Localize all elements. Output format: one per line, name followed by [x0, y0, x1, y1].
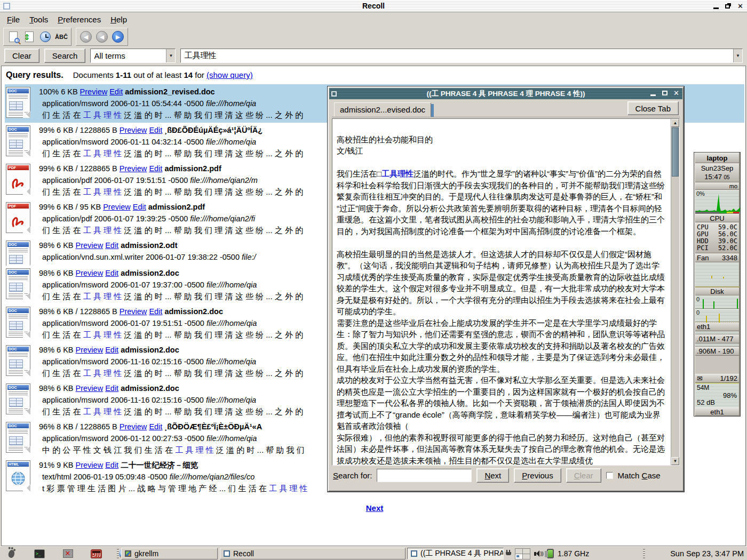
preview-maximize-button[interactable] [660, 89, 669, 97]
scroll-up-icon[interactable]: ▲ [671, 119, 679, 127]
snippet-after: 泛 滥 的 时 ... 帮 助 我 们 理 清 这 些 纷 ... 之 外 的 [122, 149, 303, 158]
preview-titlebar[interactable]: ((工 PHRASE 4 具 PHRASE 4 理 PHRASE 4 性)) ✕ [329, 88, 682, 99]
main-titlebar[interactable]: Recoll ✕ [0, 0, 747, 12]
menu-file[interactable]: File [2, 14, 25, 25]
cpu-freq-icon[interactable] [547, 549, 554, 558]
preview-link[interactable]: Preview [76, 461, 104, 469]
match-case-checkbox[interactable] [606, 472, 613, 479]
dropdown-arrow-icon[interactable]: ▼ [166, 49, 175, 62]
edit-link[interactable]: Edit [149, 164, 162, 173]
preview-text-run: 需要注意的是这些毕业后在社会上能成功发展的学生并不一定是在大学里学习成绩最好的学… [337, 318, 665, 373]
result-size: 9 KB [57, 461, 75, 469]
snippet-after: 泛 滥 的 时 ... 帮 助 我 们 理 清 这 些 纷 ... 之 外 的 [122, 226, 303, 235]
lock-screen-icon[interactable]: ✕ [62, 548, 74, 559]
cpu-freq-value: 1.87 GHz [558, 549, 589, 558]
menu-tools[interactable]: Tools [25, 14, 53, 25]
preview-text[interactable]: 高校招生的社会功能和目的文/钱江 我们生活在□工具理性泛滥的时代。作为“世之显学… [332, 119, 671, 465]
preview-link[interactable]: Preview [80, 87, 108, 96]
edit-link[interactable]: Edit [105, 461, 118, 469]
search-mode-select[interactable]: All terms ▼ [90, 49, 176, 63]
find-clear-button[interactable]: Clear [566, 468, 601, 483]
first-page-icon[interactable]: ◀ [78, 30, 93, 44]
search-for-label: Search for: [333, 471, 372, 480]
preview-link[interactable]: Preview [120, 126, 147, 134]
file-icon-header: DOC [7, 385, 29, 390]
find-next-button[interactable]: Next [476, 468, 509, 483]
sort-by-date-icon[interactable]: ⇕ [22, 30, 37, 44]
find-input[interactable] [377, 469, 472, 482]
launcher-icons: >_ ✕ [5, 547, 130, 560]
scrollbar-thumb[interactable] [672, 127, 679, 177]
gkrellm-hostname: laptop [695, 153, 739, 163]
workspace-switcher[interactable] [515, 548, 530, 559]
close-button[interactable]: ✕ [736, 2, 745, 10]
menu-help[interactable]: Help [106, 14, 132, 25]
preview-tab[interactable]: admission2...evised.doc [334, 102, 431, 117]
scroll-down-icon[interactable]: ▼ [671, 457, 679, 465]
preview-find-bar: Search for: Next Previous Clear Match Ca… [329, 466, 683, 485]
file-icon-fold [23, 369, 30, 376]
next-page-icon[interactable]: ▶ [110, 30, 125, 44]
taskbar-handle[interactable] [117, 549, 119, 558]
file-icon-header: DOC [7, 89, 29, 93]
edit-link[interactable]: Edit [149, 126, 162, 134]
edit-link[interactable]: Edit [105, 346, 118, 354]
edit-link[interactable]: Edit [133, 203, 146, 211]
dropdown-arrow-icon[interactable]: ▼ [733, 49, 742, 62]
gnome-menu-icon[interactable] [5, 548, 17, 559]
file-icon-header: HTML [7, 462, 29, 467]
search-button[interactable]: Search [44, 49, 86, 63]
preview-body: 高校招生的社会功能和目的文/钱江 我们生活在□工具理性泛滥的时代。作为“世之显学… [332, 118, 680, 466]
snippet-highlight: 工 具 理 性 [83, 330, 122, 339]
close-tab-button[interactable]: Close Tab [627, 101, 679, 115]
task-button-gkrellm[interactable]: gkrellm [121, 548, 218, 559]
edit-link[interactable]: Edit [149, 307, 162, 316]
preview-link[interactable]: Preview [76, 241, 104, 250]
typewriter-icon[interactable] [90, 548, 102, 559]
prev-page-icon[interactable]: ◀ [94, 30, 109, 44]
gkrellm-monitor[interactable]: laptop Sun23Sep 15:47 05 mo 0% CPU CPU59… [694, 152, 741, 417]
preview-link[interactable]: Preview [76, 384, 104, 393]
edit-link[interactable]: Edit [149, 422, 162, 431]
preview-link[interactable]: Preview [120, 164, 147, 173]
preview-minimize-button[interactable] [648, 89, 657, 97]
file-icon-doc: DOC [6, 125, 30, 156]
preview-link[interactable]: Preview [76, 269, 104, 277]
snippet-highlight: 工 具 理 性 [83, 369, 122, 378]
show-query-link[interactable]: (show query) [206, 70, 253, 79]
snippet-before: 们 生 活 在 [42, 226, 83, 235]
term-explorer-icon[interactable]: ÅBĈ [54, 30, 69, 44]
new-search-icon[interactable] [6, 30, 21, 44]
preview-scrollbar[interactable]: ▲ ▼ [671, 119, 679, 465]
edit-link[interactable]: Edit [105, 384, 118, 393]
volume-icon[interactable]: ))) [534, 550, 543, 557]
edit-link[interactable]: Edit [105, 269, 118, 277]
query-input[interactable]: 工具理性 ▼ [180, 49, 743, 63]
preview-link[interactable]: Preview [76, 346, 104, 354]
minimize-button[interactable] [711, 2, 720, 10]
task-button-preview[interactable]: ((工 PHRASE 4 具 PHRASE ... [407, 548, 504, 559]
power-plug-icon[interactable] [506, 550, 511, 557]
snippet-after: 泛 滥 的 时 ... 帮 助 我 们 理 清 这 些 纷 ... 之 外 的 [122, 369, 303, 378]
find-previous-button[interactable]: Previous [514, 468, 561, 483]
snippet-before: 们 生 活 在 [42, 292, 83, 301]
edit-link[interactable]: Edit [109, 87, 123, 96]
recoll-task-icon [224, 550, 230, 557]
task-button-recoll[interactable]: Recoll [220, 548, 406, 559]
preview-link[interactable]: Preview [120, 307, 147, 316]
terminal-icon[interactable]: >_ [34, 548, 45, 559]
preview-link[interactable]: Preview [120, 422, 147, 431]
snippet-after: 泛 滥 的 时 ... 帮 助 我 们 理 清 这 些 纷 ... 之 外 的 [122, 187, 303, 196]
taskbar-handle[interactable] [643, 549, 645, 558]
edit-link[interactable]: Edit [105, 241, 118, 250]
preview-close-button[interactable]: ✕ [672, 89, 681, 97]
restore-button[interactable] [724, 2, 733, 10]
result-total: 14 [184, 70, 193, 79]
history-clock-icon[interactable] [38, 30, 53, 44]
next-page-link[interactable]: Next [366, 503, 384, 513]
clear-button[interactable]: Clear [4, 49, 39, 63]
preview-link[interactable]: Preview [103, 203, 131, 211]
menu-preferences[interactable]: Preferences [53, 14, 106, 25]
snippet-before: 们 生 活 在 [42, 407, 83, 416]
result-relevance: 98% [39, 269, 57, 277]
